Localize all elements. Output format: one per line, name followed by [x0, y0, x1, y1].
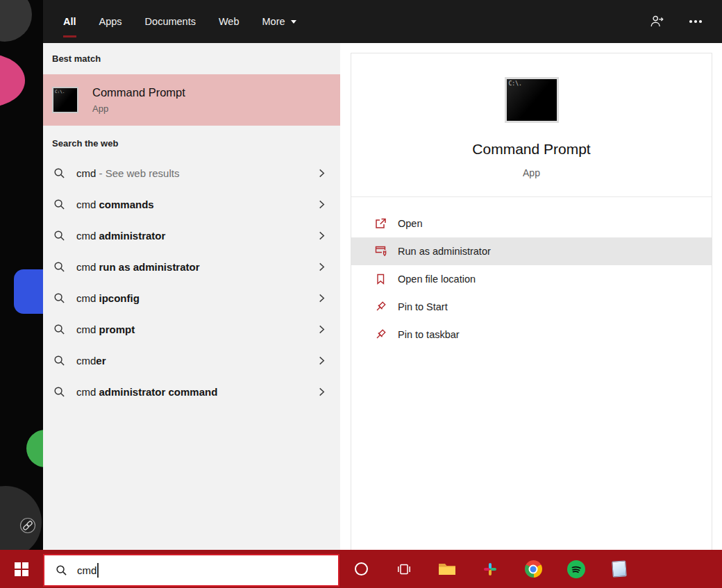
- notepad-icon: [612, 560, 627, 577]
- action-open-file-location[interactable]: Open file location: [351, 265, 712, 293]
- action-label: Open file location: [398, 274, 476, 285]
- suggestion-text: cmd ipconfig: [76, 292, 317, 304]
- notepad-button[interactable]: [598, 550, 641, 588]
- topbar-actions: [648, 13, 704, 30]
- search-icon: [53, 324, 65, 335]
- file-explorer-icon: [438, 562, 456, 577]
- folder-location-icon: [374, 273, 387, 285]
- action-pin-to-taskbar[interactable]: Pin to taskbar: [351, 321, 712, 348]
- task-view-button[interactable]: [383, 550, 426, 588]
- search-icon: [53, 355, 65, 367]
- task-view-icon: [396, 562, 412, 577]
- search-suggestion-row[interactable]: cmd administrator command: [43, 376, 340, 408]
- search-filter-bar: All Apps Documents Web More: [43, 0, 722, 43]
- suggestion-text: cmd prompt: [76, 324, 317, 335]
- file-explorer-button[interactable]: [426, 550, 469, 588]
- search-suggestion-row[interactable]: cmd prompt: [43, 314, 340, 345]
- suggestion-text: cmd administrator command: [76, 386, 317, 398]
- search-input-value: cmd: [77, 564, 96, 576]
- shield-icon: [374, 245, 387, 258]
- tab-apps[interactable]: Apps: [99, 0, 122, 43]
- search-icon: [53, 292, 65, 304]
- search-icon: [56, 564, 67, 576]
- desktop-wallpaper: [0, 0, 43, 550]
- search-suggestion-row[interactable]: cmd - See web results: [43, 158, 340, 189]
- search-suggestion-row[interactable]: cmder: [43, 345, 340, 376]
- chevron-right-icon[interactable]: [317, 200, 326, 209]
- taskbar: cmd: [0, 550, 722, 588]
- chevron-right-icon[interactable]: [317, 356, 326, 365]
- suggestion-text: cmd administrator: [76, 230, 317, 242]
- search-suggestion-row[interactable]: cmd commands: [43, 189, 340, 220]
- search-icon: [53, 167, 65, 179]
- action-pin-to-start[interactable]: Pin to Start: [351, 293, 712, 321]
- tab-label: Documents: [145, 16, 196, 27]
- search-suggestion-row[interactable]: cmd administrator: [43, 220, 340, 251]
- results-panel: Best match C:\. Command Prompt App Searc…: [43, 43, 340, 550]
- wallpaper-shape: [0, 0, 32, 42]
- best-match-title: Command Prompt: [92, 86, 185, 99]
- chevron-down-icon: [291, 20, 296, 24]
- search-flyout: All Apps Documents Web More: [43, 0, 722, 550]
- chevron-right-icon[interactable]: [317, 262, 326, 271]
- spotify-icon: [567, 560, 585, 578]
- wallpaper-shape: [14, 269, 43, 314]
- chevron-right-icon[interactable]: [317, 387, 326, 396]
- slack-icon: [482, 562, 498, 577]
- suggestion-text: cmd - See web results: [76, 167, 317, 179]
- start-button[interactable]: [0, 550, 43, 588]
- tab-label: Web: [219, 16, 240, 27]
- action-run-as-administrator[interactable]: Run as administrator: [351, 237, 712, 265]
- action-label: Pin to taskbar: [398, 329, 460, 340]
- search-icon: [53, 261, 65, 273]
- slack-button[interactable]: [469, 550, 512, 588]
- search-icon: [53, 386, 65, 398]
- tab-label: All: [63, 16, 76, 27]
- app-icon-large: C:\.: [351, 77, 712, 123]
- taskbar-search-box[interactable]: cmd: [43, 554, 339, 587]
- wallpaper-shape: [0, 54, 25, 107]
- chrome-button[interactable]: [512, 550, 555, 588]
- tab-label: More: [262, 16, 285, 27]
- suggestion-text: cmd run as administrator: [76, 261, 317, 273]
- user-account-icon[interactable]: [648, 13, 665, 30]
- cortana-button[interactable]: [339, 550, 383, 588]
- search-suggestion-row[interactable]: cmd ipconfig: [43, 283, 340, 314]
- windows-logo-icon: [15, 562, 28, 576]
- app-subtitle: App: [351, 167, 712, 178]
- pin-icon: [374, 328, 387, 341]
- action-label: Run as administrator: [398, 246, 491, 257]
- search-suggestion-row[interactable]: cmd run as administrator: [43, 251, 340, 283]
- chevron-right-icon[interactable]: [317, 169, 326, 178]
- search-icon: [53, 230, 65, 242]
- screen: All Apps Documents Web More: [0, 0, 722, 588]
- best-match-item[interactable]: C:\. Command Prompt App: [43, 74, 340, 126]
- suggestion-text: cmd commands: [76, 199, 317, 210]
- wallpaper-shape: [26, 430, 43, 467]
- best-match-text: Command Prompt App: [92, 86, 185, 114]
- chrome-icon: [525, 560, 542, 578]
- action-open[interactable]: Open: [351, 210, 712, 237]
- search-icon: [53, 199, 65, 210]
- command-prompt-icon: C:\.: [505, 77, 559, 123]
- pin-icon: [374, 301, 387, 313]
- tab-documents[interactable]: Documents: [145, 0, 196, 43]
- search-the-web-header: Search the web: [43, 138, 340, 149]
- chevron-right-icon[interactable]: [317, 231, 326, 240]
- chevron-right-icon[interactable]: [317, 325, 326, 334]
- action-label: Pin to Start: [398, 301, 448, 312]
- action-label: Open: [398, 218, 422, 229]
- preview-panel: C:\. Command Prompt App Open: [351, 53, 712, 550]
- best-match-subtitle: App: [92, 103, 185, 114]
- desktop-shortcut-link-icon[interactable]: [19, 517, 36, 534]
- best-match-header: Best match: [43, 43, 340, 64]
- tab-more[interactable]: More: [262, 0, 296, 43]
- cortana-icon: [355, 562, 368, 576]
- tab-all[interactable]: All: [63, 0, 76, 43]
- chevron-right-icon[interactable]: [317, 294, 326, 303]
- tab-web[interactable]: Web: [219, 0, 240, 43]
- app-title: Command Prompt: [351, 141, 712, 158]
- ellipsis-icon[interactable]: [687, 13, 704, 30]
- spotify-button[interactable]: [555, 550, 598, 588]
- command-prompt-icon: C:\.: [52, 87, 78, 113]
